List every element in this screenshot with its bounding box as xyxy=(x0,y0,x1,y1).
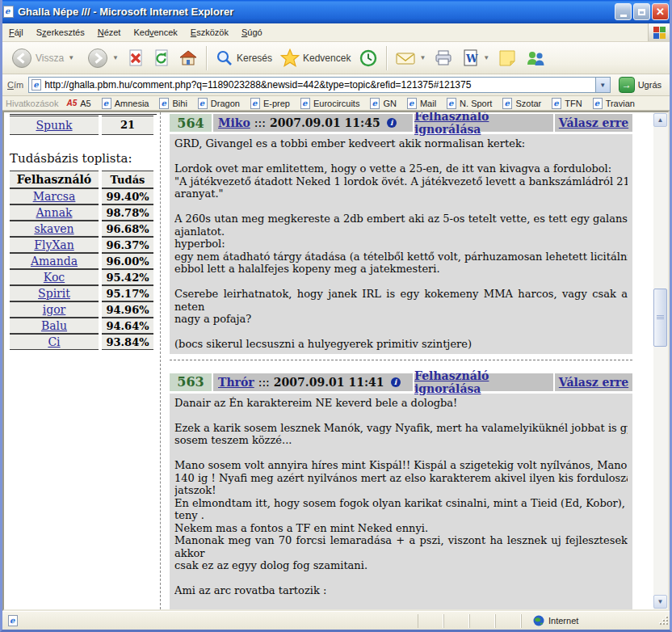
linksbar-item-e-prep[interactable]: eE-prep xyxy=(250,98,290,109)
toplist-user-cell: Ci xyxy=(10,334,99,350)
post-paragraph: Ezek a karik sosem lesznek Manók, vagy N… xyxy=(174,422,628,435)
toplist-score: 93.84% xyxy=(102,334,153,350)
menu-item-4[interactable]: Eszközök xyxy=(184,25,235,40)
toplist-user-cell: Spirit xyxy=(10,285,99,301)
toplist-score: 96.37% xyxy=(102,237,153,253)
menu-item-1[interactable]: Szerkesztés xyxy=(30,25,91,40)
info-icon[interactable]: i xyxy=(391,377,401,387)
stop-button[interactable] xyxy=(123,46,149,70)
menu-item-3[interactable]: Kedvencek xyxy=(127,25,183,40)
favorites-button[interactable]: Kedvencek xyxy=(276,46,355,70)
back-dropdown-icon[interactable]: ▼ xyxy=(68,54,74,61)
menu-bar: FájlSzerkesztésNézetKedvencekEszközökSúg… xyxy=(2,23,670,42)
linksbar-item-travian[interactable]: eTravian xyxy=(593,98,635,109)
info-icon[interactable]: i xyxy=(387,118,397,128)
post-paragraph: En elmondtam itt, hogy sosem fogok olyan… xyxy=(174,497,628,510)
sidebar: Spunk 21 Tudásbázis toplista: Felhasznál… xyxy=(8,112,158,350)
forward-dropdown-icon[interactable]: ▼ xyxy=(112,54,119,61)
linksbar-item-szotar[interactable]: eSzotar xyxy=(502,98,541,109)
menu-item-0[interactable]: Fájl xyxy=(2,25,30,40)
toplist-user-link[interactable]: Ci xyxy=(48,335,60,348)
maximize-button[interactable] xyxy=(633,3,650,20)
reply-link[interactable]: Válasz erre xyxy=(559,376,628,389)
ignore-user-link[interactable]: Felhasználó ignorálása xyxy=(414,111,553,136)
minimize-button[interactable] xyxy=(615,3,632,20)
link-label: TFN xyxy=(565,99,582,108)
post-author-link[interactable]: Thrór xyxy=(218,376,254,389)
vertical-scrollbar[interactable]: ▲ ▼ xyxy=(653,112,668,609)
forward-button[interactable]: ▼ xyxy=(83,45,123,71)
post-paragraph xyxy=(174,326,628,339)
link-label: Mail xyxy=(420,99,436,108)
history-button[interactable] xyxy=(355,46,382,70)
link-label: Amnesia xyxy=(115,99,149,108)
refresh-button[interactable] xyxy=(149,46,174,70)
link-label: N. Sport xyxy=(460,99,492,108)
ie-page-icon: e xyxy=(593,98,603,109)
toplist-user-link[interactable]: Annak xyxy=(36,206,73,219)
toplist-user-link[interactable]: Marcsa xyxy=(33,190,76,203)
resize-grip[interactable] xyxy=(658,615,670,626)
mail-button[interactable]: ▼ xyxy=(392,48,430,69)
menu-item-5[interactable]: Súgó xyxy=(235,25,269,40)
link-label: Bihi xyxy=(172,99,187,108)
back-button[interactable]: Vissza ▼ xyxy=(7,45,78,71)
close-icon: ✕ xyxy=(656,6,665,17)
notes-button[interactable] xyxy=(494,46,521,70)
toplist-row: Annak98.78% xyxy=(10,204,153,221)
address-field[interactable]: e http://ghalla.pbm.hu/comment.php?q=118… xyxy=(28,77,610,93)
toplist-user-link[interactable]: Amanda xyxy=(31,255,78,268)
linksbar-item-amnesia[interactable]: eAmnesia xyxy=(102,98,149,109)
linksbar-item-a5[interactable]: A5A5 xyxy=(66,99,90,108)
titlebar: e Ghalla Népe /// - Microsoft Internet E… xyxy=(0,0,672,23)
address-dropdown-button[interactable]: ▼ xyxy=(595,78,610,92)
toplist-score: 94.96% xyxy=(102,301,153,318)
linksbar-item-gn[interactable]: eGN xyxy=(370,98,397,109)
linksbar-item-eurocircuits[interactable]: eEurocircuits xyxy=(300,98,359,109)
scroll-up-button[interactable]: ▲ xyxy=(653,113,667,127)
url-text[interactable]: http://ghalla.pbm.hu/comment.php?q=11890… xyxy=(44,79,594,91)
linksbar-item-dragon[interactable]: eDragon xyxy=(198,98,240,109)
ie-page-icon: e xyxy=(198,98,208,109)
messenger-button[interactable] xyxy=(521,46,550,70)
reply-link[interactable]: Válasz erre xyxy=(559,116,628,129)
linksbar-item-n-sport[interactable]: eN. Sport xyxy=(447,98,492,109)
edit-button[interactable]: W ▼ xyxy=(457,46,494,70)
content-divider xyxy=(160,112,161,609)
edit-dropdown-icon[interactable]: ▼ xyxy=(483,54,489,61)
mail-dropdown-icon[interactable]: ▼ xyxy=(419,54,426,61)
scrollbar-thumb[interactable] xyxy=(653,289,667,347)
toplist-user-link[interactable]: Balu xyxy=(41,319,67,332)
toplist-user-link[interactable]: Koc xyxy=(44,271,65,284)
ignore-user-cell: Felhasználó ignorálása xyxy=(414,114,553,132)
go-button[interactable]: → Ugrás xyxy=(615,76,665,94)
spunk-value-cell: 21 xyxy=(102,116,153,135)
status-pane xyxy=(418,614,443,628)
favorites-label: Kedvencek xyxy=(303,53,351,64)
windows-logo-panel xyxy=(648,23,670,41)
toplist-user-link[interactable]: FlyXan xyxy=(34,238,74,251)
toplist-user-link[interactable]: Spirit xyxy=(38,287,70,300)
close-button[interactable]: ✕ xyxy=(652,3,669,20)
scroll-down-button[interactable]: ▼ xyxy=(653,595,667,609)
menu-item-2[interactable]: Nézet xyxy=(91,25,128,40)
toplist-row: skaven96.68% xyxy=(10,221,153,237)
linksbar-item-tfn[interactable]: eTFN xyxy=(552,98,582,109)
ignore-user-link[interactable]: Felhasználó ignorálása xyxy=(414,369,553,395)
print-button[interactable] xyxy=(430,47,457,70)
post-author-link[interactable]: Miko xyxy=(218,116,250,129)
post-paragraph: Ami az arc rovatba tartozik : xyxy=(174,584,628,597)
toplist-user-link[interactable]: skaven xyxy=(34,222,74,235)
link-label: A5 xyxy=(80,99,90,108)
search-label: Keresés xyxy=(237,53,272,64)
post-paragraph: Cserebe leirhatnatok, hogy janek IRL is … xyxy=(174,288,628,313)
toplist-user-link[interactable]: igor xyxy=(43,303,66,316)
post-separator-line xyxy=(170,360,632,360)
post-paragraph: aranyat." xyxy=(174,187,628,200)
spunk-user-link[interactable]: Spunk xyxy=(36,119,72,132)
toolbar-separator xyxy=(386,46,388,70)
search-button[interactable]: Keresés xyxy=(212,47,276,70)
home-button[interactable] xyxy=(174,46,202,70)
linksbar-item-mail[interactable]: eMail xyxy=(407,98,436,109)
linksbar-item-bihi[interactable]: eBihi xyxy=(159,98,187,109)
